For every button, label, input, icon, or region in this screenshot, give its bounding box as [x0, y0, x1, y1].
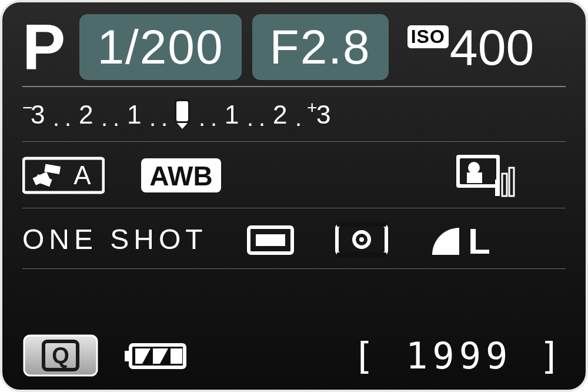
svg-marker-28	[153, 348, 168, 364]
auto-lighting-optimizer-icon[interactable]	[454, 152, 519, 198]
divider	[22, 208, 566, 208]
svg-rect-20	[337, 253, 386, 257]
divider	[22, 141, 566, 142]
divider	[22, 86, 566, 87]
divider	[22, 268, 566, 269]
svg-rect-12	[502, 174, 507, 196]
svg-rect-11	[495, 180, 500, 196]
exp-minus-1: 1	[127, 100, 141, 129]
svg-text:A: A	[74, 161, 91, 190]
exp-plus-2: 2	[273, 100, 287, 129]
shots-remaining: [ 1999 ]	[352, 334, 566, 377]
iso-value: 400	[450, 22, 534, 72]
picture-style-icon[interactable]: A	[22, 155, 105, 196]
exp-minus-2: 2	[79, 100, 93, 129]
large-fine-quality-icon[interactable]: L	[427, 218, 498, 260]
iso-badge-icon: ISO	[407, 25, 449, 48]
camera-info-screen: P 1/200 F2.8 ISO 400 − 3 . . 2 . . 1 . .…	[0, 0, 588, 392]
iso-setting[interactable]: ISO 400	[407, 22, 534, 72]
svg-point-18	[359, 237, 364, 242]
quick-control-button[interactable]: Q	[22, 334, 99, 377]
svg-marker-29	[171, 348, 182, 364]
exposure-row: P 1/200 F2.8 ISO 400	[22, 14, 566, 80]
svg-text:L: L	[468, 221, 490, 260]
aperture[interactable]: F2.8	[252, 14, 389, 80]
exp-plus-3: 3	[316, 100, 330, 129]
shutter-speed[interactable]: 1/200	[79, 14, 241, 80]
exp-plus-sign: +	[307, 98, 318, 118]
svg-text:AWB: AWB	[149, 161, 212, 191]
svg-rect-0	[24, 158, 103, 192]
svg-marker-27	[135, 348, 151, 364]
status-row: Q [ 1999 ]	[22, 332, 566, 379]
settings-row-2: ONE SHOT L	[22, 215, 566, 263]
awb-icon[interactable]: AWB	[140, 156, 222, 195]
exp-plus-1: 1	[225, 100, 239, 129]
svg-rect-26	[125, 351, 131, 361]
svg-rect-19	[337, 222, 386, 227]
af-mode[interactable]: ONE SHOT	[22, 223, 208, 255]
svg-point-9	[468, 162, 480, 174]
svg-rect-13	[509, 168, 514, 196]
svg-rect-15	[256, 234, 285, 246]
battery-icon	[125, 339, 194, 372]
shooting-mode[interactable]: P	[22, 15, 65, 79]
exposure-compensation-scale[interactable]: − 3 . . 2 . . 1 . . . . 1 . . 2 . + 3	[22, 95, 566, 135]
evaluative-metering-icon[interactable]	[333, 220, 390, 258]
svg-rect-10	[467, 172, 482, 183]
exp-minus-3: 3	[31, 100, 45, 129]
exposure-indicator-icon	[176, 101, 188, 121]
single-shot-drive-icon[interactable]	[245, 221, 296, 257]
exposure-scale-track: − 3 . . 2 . . 1 . . . . 1 . . 2 . + 3	[22, 98, 566, 133]
svg-text:Q: Q	[52, 343, 69, 368]
settings-row-1: A AWB	[22, 149, 566, 202]
